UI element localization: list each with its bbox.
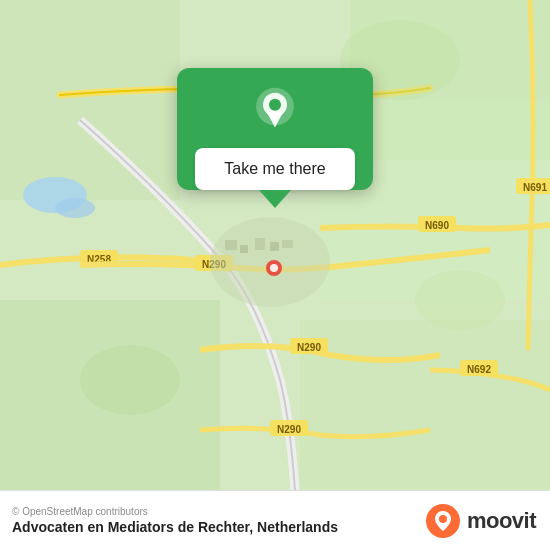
location-popup: Take me there: [177, 68, 373, 190]
svg-text:N691: N691: [523, 182, 547, 193]
map-attribution: © OpenStreetMap contributors: [12, 506, 338, 517]
svg-rect-4: [300, 320, 550, 490]
svg-rect-1: [0, 0, 180, 200]
svg-rect-28: [270, 242, 279, 251]
svg-point-37: [269, 99, 281, 111]
svg-point-41: [439, 515, 447, 523]
place-info: © OpenStreetMap contributors Advocaten e…: [12, 506, 338, 535]
take-me-there-button[interactable]: Take me there: [195, 148, 355, 190]
svg-text:N290: N290: [297, 342, 321, 353]
svg-rect-29: [282, 240, 293, 248]
map: N290 N258 N290 N690 N691 N692 N290 N290: [0, 0, 550, 490]
svg-point-7: [55, 198, 95, 218]
svg-point-31: [80, 345, 180, 415]
bottom-bar: © OpenStreetMap contributors Advocaten e…: [0, 490, 550, 550]
svg-text:N290: N290: [277, 424, 301, 435]
svg-rect-25: [225, 240, 237, 250]
svg-point-34: [270, 264, 278, 272]
moovit-logo: moovit: [425, 503, 536, 539]
svg-point-32: [415, 270, 505, 330]
svg-rect-26: [240, 245, 248, 253]
moovit-brand-text: moovit: [467, 508, 536, 534]
place-name: Advocaten en Mediators de Rechter, Nethe…: [12, 519, 338, 535]
svg-text:N690: N690: [425, 220, 449, 231]
svg-rect-27: [255, 238, 265, 250]
location-pin-icon: [251, 86, 299, 134]
moovit-icon: [425, 503, 461, 539]
svg-text:N692: N692: [467, 364, 491, 375]
